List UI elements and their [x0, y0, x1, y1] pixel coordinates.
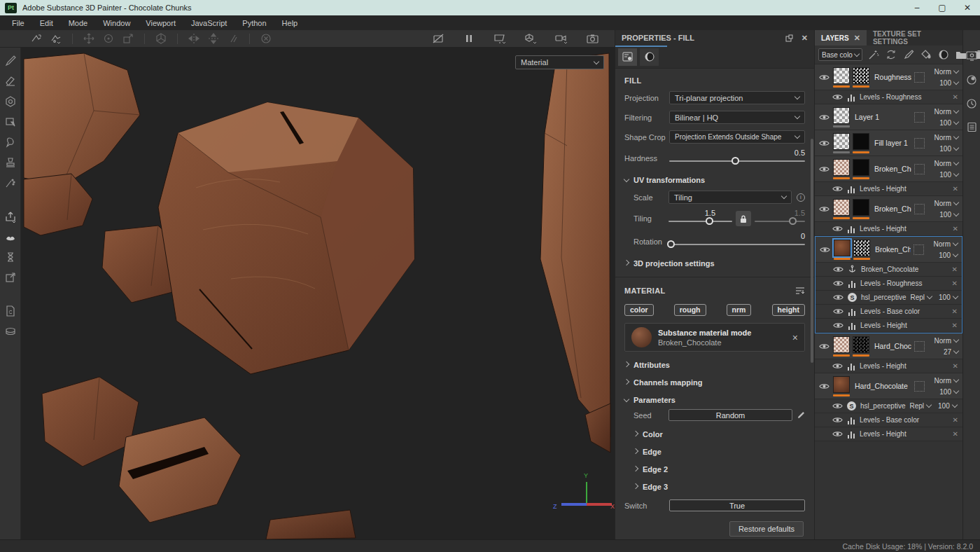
- stroke-opacity-icon[interactable]: [226, 32, 240, 46]
- rotation-slider[interactable]: 0: [668, 233, 805, 250]
- channel-chip-height[interactable]: height: [772, 304, 806, 316]
- tab-material-properties[interactable]: [640, 48, 659, 66]
- menu-python[interactable]: Python: [234, 19, 274, 27]
- effect-row[interactable]: Levels - Height ✕: [815, 222, 962, 236]
- eye-icon[interactable]: [832, 362, 843, 370]
- effect-row[interactable]: Levels - Base color ✕: [816, 305, 962, 319]
- channel-chip-nrm[interactable]: nrm: [727, 304, 752, 316]
- stroke-visibility-icon[interactable]: [431, 32, 445, 46]
- blend-mode-select[interactable]: Norm: [934, 134, 958, 142]
- tiling-slider[interactable]: 1.5: [668, 210, 732, 227]
- effect-blend-select[interactable]: Repl: [909, 402, 931, 410]
- menu-window[interactable]: Window: [95, 19, 138, 27]
- camera-icon[interactable]: [554, 32, 568, 46]
- opacity-select[interactable]: 100: [939, 79, 958, 87]
- add-paint-layer-icon[interactable]: [903, 49, 914, 60]
- effect-row[interactable]: Levels - Height ✕: [815, 182, 962, 196]
- layer-row[interactable]: Hard_Chocolate Norm 100: [815, 373, 962, 399]
- channel-chip-color[interactable]: color: [624, 304, 654, 316]
- close-tab-icon[interactable]: ✕: [854, 34, 860, 43]
- menu-mode[interactable]: Mode: [61, 19, 96, 27]
- layer-thumbnail[interactable]: [833, 376, 850, 393]
- tab-texture-set-settings[interactable]: TEXTURE SET SETTINGS: [867, 30, 962, 46]
- move-icon[interactable]: [82, 32, 96, 46]
- parameters-header[interactable]: Parameters: [624, 396, 805, 404]
- symmetry-x-icon[interactable]: [187, 32, 201, 46]
- display-mode-icon[interactable]: [493, 32, 507, 46]
- layer-thumbnail[interactable]: [853, 199, 869, 216]
- eye-icon[interactable]: [832, 416, 843, 424]
- hardness-slider[interactable]: 0.5: [669, 150, 805, 167]
- effect-row[interactable]: S hsl_perceptive Repl 100✕: [816, 291, 962, 305]
- export-tool-icon[interactable]: [4, 210, 17, 223]
- filtering-select[interactable]: Bilinear | HQ: [669, 111, 805, 124]
- substance-material-card[interactable]: Substance material mode Broken_Chocolate…: [624, 323, 805, 352]
- layer-thumbnail[interactable]: [853, 240, 870, 256]
- opacity-select[interactable]: 100: [939, 119, 958, 127]
- opacity-select[interactable]: 100: [939, 251, 958, 259]
- eye-icon[interactable]: [818, 165, 830, 173]
- effect-row[interactable]: Levels - Height ✕: [816, 319, 962, 333]
- eye-icon[interactable]: [818, 382, 830, 390]
- param-group-edge-2[interactable]: Edge 2: [634, 465, 805, 474]
- resource-updater-tool-icon[interactable]: [4, 305, 17, 317]
- remove-effect-icon[interactable]: ✕: [953, 362, 958, 370]
- remove-effect-icon[interactable]: ✕: [953, 430, 958, 438]
- menu-viewport[interactable]: Viewport: [138, 19, 183, 27]
- eye-icon[interactable]: [832, 185, 843, 193]
- effect-opacity-select[interactable]: 100: [939, 294, 958, 301]
- blend-mode-select[interactable]: Norm: [934, 377, 958, 385]
- layer-thumbnail[interactable]: [833, 107, 850, 124]
- seed-random-button[interactable]: Random: [668, 409, 792, 421]
- blend-mode-select[interactable]: Norm: [934, 160, 958, 167]
- layer-thumbnail[interactable]: [833, 199, 850, 216]
- projection-3d-settings-header[interactable]: 3D projection settings: [624, 259, 805, 268]
- undock-icon[interactable]: [785, 34, 793, 43]
- layer-thumbnail[interactable]: [853, 336, 869, 353]
- particle-tool-icon[interactable]: [4, 177, 17, 189]
- eye-icon[interactable]: [832, 225, 843, 233]
- eye-icon[interactable]: [832, 402, 843, 410]
- eye-icon[interactable]: [833, 322, 844, 329]
- viewport-3d[interactable]: Y Z X Material: [21, 48, 615, 539]
- uv-transformations-header[interactable]: UV transformations: [624, 176, 805, 184]
- remove-material-icon[interactable]: ×: [792, 332, 798, 343]
- remove-effect-icon[interactable]: ✕: [953, 225, 958, 233]
- material-preview-tool-icon[interactable]: [4, 230, 17, 243]
- external-link-tool-icon[interactable]: [4, 271, 17, 284]
- eye-icon[interactable]: [833, 265, 844, 273]
- menu-help[interactable]: Help: [274, 19, 306, 27]
- material-filter-icon[interactable]: [795, 287, 805, 295]
- effect-opacity-select[interactable]: 100: [938, 402, 957, 410]
- eye-icon[interactable]: [818, 205, 830, 213]
- eraser-tool-icon[interactable]: [4, 75, 17, 88]
- param-group-edge[interactable]: Edge: [634, 448, 805, 456]
- eye-icon[interactable]: [818, 246, 831, 254]
- menu-javascript[interactable]: JavaScript: [183, 19, 234, 27]
- scale-select[interactable]: Tiling: [668, 191, 792, 204]
- channel-chip-rough[interactable]: rough: [674, 304, 706, 316]
- history-tool-icon[interactable]: [4, 251, 17, 263]
- pause-engine-icon[interactable]: [462, 32, 476, 46]
- effect-blend-select[interactable]: Repl: [910, 294, 932, 301]
- pencil-icon[interactable]: [797, 411, 805, 419]
- eye-icon[interactable]: [833, 280, 844, 287]
- projection-select[interactable]: Tri-planar projection: [669, 91, 805, 104]
- texture-set-list-icon[interactable]: [966, 121, 978, 133]
- history-icon[interactable]: [966, 97, 978, 109]
- effect-row[interactable]: Levels - Height ✕: [815, 359, 962, 373]
- blend-mode-select[interactable]: Norm: [934, 108, 958, 116]
- shader-icon[interactable]: [524, 32, 538, 46]
- channels-mapping-header[interactable]: Channels mapping: [624, 378, 805, 387]
- transform-icon[interactable]: [29, 32, 43, 46]
- eye-icon[interactable]: [832, 430, 843, 438]
- layer-thumbnail[interactable]: [833, 336, 850, 353]
- layer-row[interactable]: Layer 1 Norm 100: [815, 104, 962, 130]
- layer-row[interactable]: Broken_Chocolate Norm 100: [816, 237, 962, 263]
- remove-effect-icon[interactable]: ✕: [952, 280, 958, 287]
- eye-icon[interactable]: [833, 308, 844, 315]
- restore-defaults-button[interactable]: Restore defaults: [729, 521, 804, 537]
- opacity-select[interactable]: 100: [939, 388, 958, 396]
- eye-icon[interactable]: [833, 294, 844, 301]
- remove-effect-icon[interactable]: ✕: [953, 185, 958, 193]
